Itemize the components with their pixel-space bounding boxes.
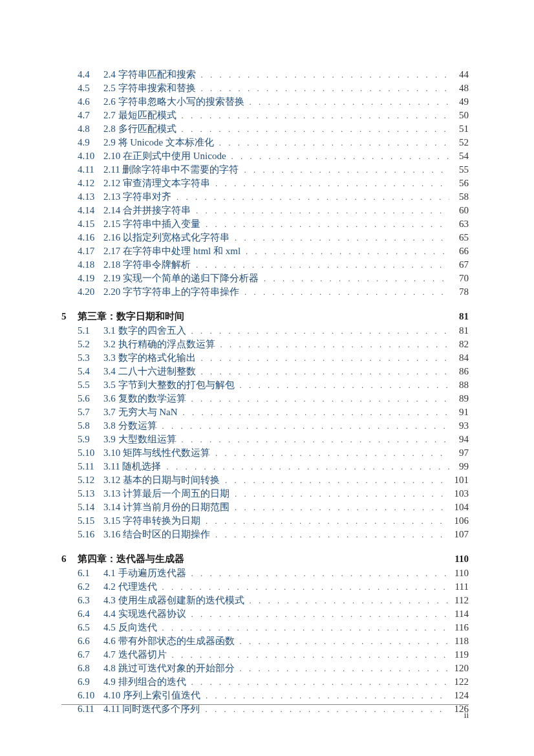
toc-entry[interactable]: 6.44.4 实现迭代器协议114 [61, 607, 469, 621]
leader-dots [186, 567, 450, 580]
entry-title: 4.5 反向迭代 [103, 621, 157, 634]
leader-dots [230, 488, 449, 501]
toc-entry[interactable]: 4.82.8 多行匹配模式51 [61, 122, 469, 136]
toc-entry[interactable]: 6.14.1 手动遍历迭代器110 [61, 567, 469, 580]
toc-entry[interactable]: 5.13.1 数字的四舍五入81 [61, 324, 469, 338]
entry-title: 3.16 结合时区的日期操作 [103, 528, 210, 541]
entry-page: 112 [449, 594, 469, 607]
leader-dots [196, 352, 450, 365]
page-footer: ii [61, 704, 469, 720]
toc-entry[interactable]: 5.63.6 复数的数学运算89 [61, 392, 469, 405]
toc-entry[interactable]: 4.62.6 字符串忽略大小写的搜索替换49 [61, 95, 469, 109]
entry-title: 4.6 带有外部状态的生成器函数 [103, 634, 235, 647]
entry-page: 52 [449, 136, 469, 149]
entry-page: 114 [449, 607, 469, 620]
chapter-number: 6 [61, 554, 78, 565]
entry-page: 63 [449, 217, 469, 230]
entry-number: 4.5 [78, 81, 103, 94]
leader-dots [244, 594, 450, 607]
toc-entry[interactable]: 5.23.2 执行精确的浮点数运算82 [61, 338, 469, 351]
entry-number: 6.9 [78, 675, 103, 688]
entry-page: 50 [449, 109, 469, 122]
entry-number: 5.2 [78, 338, 103, 351]
toc-entry[interactable]: 4.142.14 合并拼接字符串60 [61, 204, 469, 217]
chapter-heading[interactable]: 6第四章：迭代器与生成器110 [61, 553, 469, 565]
entry-title: 4.4 实现迭代器协议 [103, 607, 186, 620]
leader-dots [226, 150, 449, 163]
entry-number: 5.1 [78, 324, 103, 337]
toc-entry[interactable]: 5.93.9 大型数组运算94 [61, 433, 469, 446]
toc-entry[interactable]: 6.34.3 使用生成器创建新的迭代模式112 [61, 594, 469, 607]
entry-page: 66 [449, 244, 469, 257]
entry-page: 44 [449, 68, 469, 81]
entry-page: 55 [449, 163, 469, 176]
toc-entry[interactable]: 4.72.7 最短匹配模式50 [61, 109, 469, 122]
toc-entry[interactable]: 5.73.7 无穷大与 NaN91 [61, 405, 469, 419]
toc-entry[interactable]: 4.152.15 字符串中插入变量63 [61, 217, 469, 231]
toc-entry[interactable]: 5.33.3 数字的格式化输出84 [61, 351, 469, 365]
toc-entry[interactable]: 5.113.11 随机选择99 [61, 460, 469, 473]
toc-entry[interactable]: 6.64.6 带有外部状态的生成器函数118 [61, 634, 469, 648]
toc-page: 4.42.4 字符串匹配和搜索444.52.5 字符串搜索和替换484.62.6… [61, 68, 469, 716]
chapter-heading[interactable]: 5第三章：数字日期和时间81 [61, 310, 469, 323]
toc-entry[interactable]: 4.172.17 在字符串中处理 html 和 xml66 [61, 244, 469, 258]
toc-entry[interactable]: 4.132.13 字符串对齐58 [61, 190, 469, 204]
toc-entry[interactable]: 4.52.5 字符串搜索和替换48 [61, 81, 469, 95]
toc-entry[interactable]: 5.103.10 矩阵与线性代数运算97 [61, 446, 469, 460]
chapter-number: 5 [61, 311, 78, 322]
entry-title: 2.15 字符串中插入变量 [103, 217, 200, 230]
entry-page: 86 [449, 365, 469, 378]
toc-entry[interactable]: 5.143.14 计算当前月份的日期范围104 [61, 501, 469, 514]
leader-dots [171, 191, 449, 204]
toc-entry[interactable]: 5.43.4 二八十六进制整数86 [61, 365, 469, 378]
entry-page: 103 [449, 487, 469, 500]
toc-entry[interactable]: 6.24.2 代理迭代111 [61, 580, 469, 594]
leader-dots [235, 662, 450, 675]
entry-page: 99 [449, 460, 469, 473]
entry-number: 5.6 [78, 392, 103, 405]
toc-entry[interactable]: 4.122.12 审查清理文本字符串56 [61, 177, 469, 190]
leader-dots [230, 232, 449, 244]
toc-entry[interactable]: 6.84.8 跳过可迭代对象的开始部分120 [61, 662, 469, 675]
toc-entry[interactable]: 6.94.9 排列组合的迭代122 [61, 675, 469, 689]
toc-entry[interactable]: 6.104.10 序列上索引值迭代124 [61, 689, 469, 702]
entry-number: 4.20 [78, 285, 103, 298]
toc-entry[interactable]: 5.133.13 计算最后一个周五的日期103 [61, 487, 469, 501]
entry-number: 4.13 [78, 190, 103, 203]
toc-entry[interactable]: 6.54.5 反向迭代116 [61, 621, 469, 634]
leader-dots [176, 123, 450, 136]
toc-entry[interactable]: 5.53.5 字节到大整数的打包与解包88 [61, 378, 469, 392]
toc-entry[interactable]: 5.163.16 结合时区的日期操作107 [61, 528, 469, 541]
entry-number: 4.9 [78, 136, 103, 149]
entry-page: 67 [449, 258, 469, 271]
toc-entry[interactable]: 4.112.11 删除字符串中不需要的字符55 [61, 163, 469, 177]
entry-number: 5.12 [78, 473, 103, 486]
toc-entry[interactable]: 4.102.10 在正则式中使用 Unicode54 [61, 149, 469, 163]
toc-entry[interactable]: 4.42.4 字符串匹配和搜索44 [61, 68, 469, 81]
toc-entry[interactable]: 4.162.16 以指定列宽格式化字符串65 [61, 231, 469, 244]
entry-number: 4.11 [78, 163, 103, 176]
entry-title: 4.3 使用生成器创建新的迭代模式 [103, 594, 244, 607]
entry-number: 4.15 [78, 217, 103, 230]
toc-entry[interactable]: 5.83.8 分数运算93 [61, 419, 469, 433]
entry-number: 4.18 [78, 258, 103, 271]
toc-entry[interactable]: 6.74.7 迭代器切片119 [61, 648, 469, 662]
toc-entry[interactable]: 5.153.15 字符串转换为日期106 [61, 514, 469, 528]
entry-page: 93 [449, 419, 469, 432]
toc-entry[interactable]: 4.192.19 实现一个简单的递归下降分析器70 [61, 272, 469, 285]
entry-title: 4.2 代理迭代 [103, 580, 157, 593]
leader-dots [200, 689, 449, 702]
leader-dots [244, 96, 450, 109]
entry-number: 5.3 [78, 351, 103, 364]
entry-page: 116 [449, 621, 469, 634]
toc-entry[interactable]: 4.182.18 字符串令牌解析67 [61, 258, 469, 272]
entry-page: 111 [449, 580, 469, 593]
leader-dots [239, 164, 449, 177]
entry-page: 118 [449, 634, 469, 647]
toc-entry[interactable]: 4.202.20 字节字符串上的字符串操作78 [61, 285, 469, 299]
toc-entry[interactable]: 5.123.12 基本的日期与时间转换101 [61, 473, 469, 487]
entry-page: 119 [449, 648, 469, 661]
toc-entry[interactable]: 4.92.9 将 Unicode 文本标准化52 [61, 136, 469, 149]
leader-dots [157, 621, 450, 634]
leader-dots [239, 286, 449, 299]
